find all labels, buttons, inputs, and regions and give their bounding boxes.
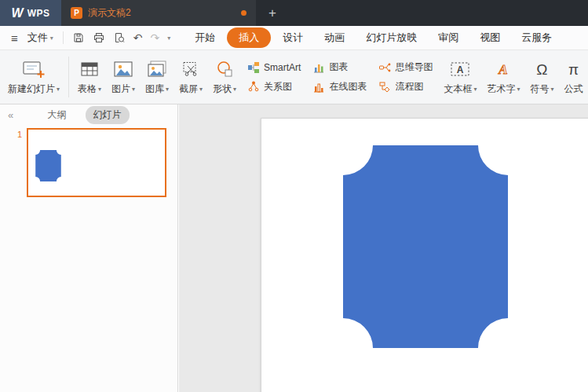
wordart-icon: A	[494, 58, 513, 80]
slide-list-item: 1	[0, 125, 177, 197]
thumbnail-shape	[34, 150, 63, 181]
chart-button[interactable]: 图表	[312, 60, 367, 74]
screenshot-label: 截屏	[179, 82, 198, 96]
chevron-down-icon: ▾	[57, 86, 60, 93]
textbox-icon: A	[450, 58, 470, 80]
textbox-label: 文本框	[444, 82, 472, 96]
tab-review[interactable]: 审阅	[429, 27, 468, 48]
tab-design[interactable]: 设计	[273, 27, 312, 48]
wps-logo-text: WPS	[27, 8, 50, 19]
table-button[interactable]: 表格▾	[73, 56, 106, 98]
flowchart-label: 流程图	[395, 80, 423, 93]
chevron-down-icon: ▾	[50, 35, 53, 42]
menubar: ≡ 文件 ▾ ↶ ↷ ▾ 开始 插入 设计 动画 幻灯片放映	[0, 26, 588, 50]
tab-animation[interactable]: 动画	[315, 27, 354, 48]
chevron-down-icon: ▾	[98, 86, 101, 93]
slide-number: 1	[14, 128, 22, 197]
smartart-group: SmartArt 关系图	[242, 61, 306, 93]
gallery-icon	[147, 58, 167, 80]
undo-button[interactable]: ↶	[130, 31, 147, 44]
shapes-label: 形状	[213, 82, 232, 96]
print-preview-button[interactable]	[109, 31, 130, 44]
chart-label: 图表	[329, 60, 348, 74]
svg-text:A: A	[457, 64, 464, 75]
online-chart-button[interactable]: 在线图表	[312, 80, 367, 93]
textbox-button[interactable]: A 文本框▾	[439, 56, 481, 98]
screenshot-button[interactable]: 截屏▾	[174, 56, 207, 98]
shapes-icon	[215, 58, 234, 80]
new-slide-label: 新建幻灯片	[8, 82, 55, 96]
menu-tabs: 开始 插入 设计 动画 幻灯片放映 审阅 视图 云服务	[185, 27, 561, 48]
slide-panel: « 大纲 幻灯片 1	[0, 104, 178, 392]
chart-group: 图表 在线图表	[307, 60, 372, 93]
redo-icon: ↷	[151, 31, 160, 44]
slide-thumbnail[interactable]	[27, 128, 166, 197]
titlebar: W WPS P 演示文稿2 +	[0, 0, 588, 26]
diagram-group: 思维导图 流程图	[373, 60, 438, 93]
flowchart-button[interactable]: 流程图	[378, 80, 433, 93]
online-chart-label: 在线图表	[329, 80, 367, 93]
save-icon	[72, 31, 85, 44]
corner-snipped-square-shape[interactable]	[343, 145, 508, 348]
chevron-down-icon: ▾	[233, 86, 236, 93]
quick-access-customize-button[interactable]: ▾	[163, 35, 174, 42]
print-icon	[93, 31, 105, 44]
editing-canvas[interactable]	[179, 104, 588, 392]
new-tab-button[interactable]: +	[256, 0, 289, 26]
chevron-down-icon: ▾	[167, 35, 170, 42]
file-menu-label: 文件	[27, 31, 48, 45]
flowchart-icon	[378, 81, 391, 93]
chevron-down-icon: ▾	[473, 86, 477, 93]
undo-icon: ↶	[133, 31, 143, 44]
redo-button[interactable]: ↷	[147, 31, 164, 44]
slide[interactable]	[261, 118, 588, 392]
online-chart-icon	[312, 81, 325, 93]
picture-button[interactable]: 图片▾	[107, 56, 140, 98]
mindmap-label: 思维导图	[395, 60, 433, 74]
smartart-button[interactable]: SmartArt	[247, 61, 301, 74]
divider	[68, 57, 69, 97]
workspace: « 大纲 幻灯片 1	[0, 104, 588, 392]
gallery-button[interactable]: 图库▾	[141, 56, 173, 98]
svg-text:A: A	[499, 62, 508, 77]
gallery-label: 图库	[145, 82, 164, 96]
collapse-panel-button[interactable]: «	[8, 109, 13, 121]
chevron-down-icon: ▾	[199, 86, 203, 93]
chevron-down-icon: ▾	[132, 86, 135, 93]
tab-cloud[interactable]: 云服务	[512, 27, 561, 48]
tab-slides[interactable]: 幻灯片	[86, 106, 130, 124]
ribbon-insert: 新建幻灯片▾ 表格▾ 图片▾ 图库▾ 截屏▾	[0, 50, 588, 104]
smartart-icon	[247, 61, 260, 74]
print-button[interactable]	[89, 31, 109, 44]
chevron-down-icon: ▾	[166, 86, 169, 93]
wps-w-icon: W	[12, 6, 24, 20]
file-menu-button[interactable]: 文件 ▾	[23, 31, 58, 45]
tab-home[interactable]: 开始	[185, 27, 225, 48]
panel-tabs: 大纲 幻灯片	[40, 106, 144, 124]
picture-label: 图片	[111, 82, 130, 96]
wordart-button[interactable]: A 艺术字▾	[482, 56, 524, 98]
tab-view[interactable]: 视图	[470, 27, 509, 48]
chevron-down-icon: ▾	[550, 86, 553, 93]
wps-logo: W WPS	[0, 0, 61, 26]
pi-formula-icon: π	[568, 58, 579, 80]
table-label: 表格	[78, 82, 97, 96]
formula-button[interactable]: π 公式	[559, 56, 587, 98]
symbol-button[interactable]: Ω 符号▾	[525, 56, 558, 98]
new-slide-button[interactable]: 新建幻灯片▾	[3, 56, 64, 98]
wordart-label: 艺术字	[487, 82, 515, 96]
print-preview-icon	[113, 31, 126, 44]
tab-outline[interactable]: 大纲	[40, 106, 75, 124]
relation-chart-icon	[247, 80, 260, 93]
hamburger-icon[interactable]: ≡	[6, 31, 23, 45]
document-tab[interactable]: P 演示文稿2	[61, 0, 256, 26]
wps-presentation-window: W WPS P 演示文稿2 + ≡ 文件 ▾ ↶ ↷	[0, 0, 588, 392]
tab-slideshow[interactable]: 幻灯片放映	[356, 27, 426, 48]
relation-chart-button[interactable]: 关系图	[247, 80, 301, 93]
tab-insert[interactable]: 插入	[227, 27, 271, 48]
shapes-button[interactable]: 形状▾	[208, 56, 241, 98]
mindmap-button[interactable]: 思维导图	[378, 60, 433, 74]
panel-header: « 大纲 幻灯片	[0, 104, 177, 125]
formula-label: 公式	[564, 82, 583, 96]
save-button[interactable]	[68, 31, 89, 44]
